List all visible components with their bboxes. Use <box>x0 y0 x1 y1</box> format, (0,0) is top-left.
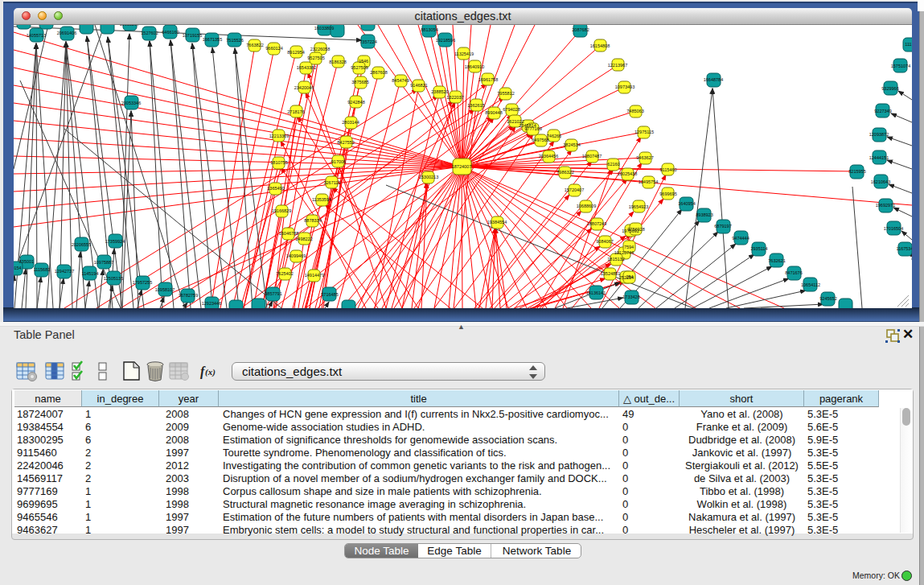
svg-text:10719155: 10719155 <box>183 33 202 38</box>
svg-text:1362615: 1362615 <box>467 103 484 108</box>
svg-text:16671355: 16671355 <box>203 37 222 42</box>
svg-text:3267110: 3267110 <box>323 180 340 185</box>
svg-text:9777169: 9777169 <box>524 126 541 131</box>
svg-text:7663822: 7663822 <box>246 43 263 47</box>
svg-text:12975115: 12975115 <box>634 130 654 134</box>
svg-text:18640910: 18640910 <box>465 64 484 69</box>
svg-text:8878334: 8878334 <box>304 218 321 223</box>
svg-text:17016504: 17016504 <box>884 226 903 231</box>
svg-text:2867608: 2867608 <box>370 70 387 75</box>
svg-text:16782759: 16782759 <box>179 293 198 298</box>
svg-text:15300213: 15300213 <box>419 175 438 179</box>
svg-text:8471676: 8471676 <box>785 270 802 275</box>
svg-text:9527505: 9527505 <box>351 65 368 70</box>
svg-text:6794028: 6794028 <box>503 107 519 112</box>
svg-text:16033809: 16033809 <box>314 26 334 31</box>
svg-text:20364456: 20364456 <box>539 154 558 159</box>
svg-text:2388520: 2388520 <box>431 89 448 94</box>
svg-text:7515526: 7515526 <box>226 38 243 43</box>
svg-text:7625402: 7625402 <box>276 271 293 276</box>
svg-text:9474444: 9474444 <box>732 236 749 241</box>
svg-text:9329966: 9329966 <box>881 86 898 91</box>
svg-text:3824534: 3824534 <box>563 142 580 147</box>
svg-text:17957255: 17957255 <box>133 280 152 285</box>
svg-text:14914479: 14914479 <box>305 273 324 278</box>
svg-text:7485063: 7485063 <box>626 109 643 113</box>
svg-text:12505135: 12505135 <box>104 276 123 281</box>
svg-text:2803144: 2803144 <box>342 120 359 125</box>
svg-text:13524851: 13524851 <box>601 271 620 276</box>
svg-text:16961758: 16961758 <box>478 77 498 82</box>
svg-text:19654923: 19654923 <box>629 204 648 209</box>
svg-text:9242848: 9242848 <box>347 100 364 105</box>
svg-text:10120746: 10120746 <box>614 250 634 255</box>
svg-text:9857791: 9857791 <box>265 291 281 296</box>
svg-text:1815132: 1815132 <box>607 257 624 262</box>
svg-text:13495754: 13495754 <box>639 179 658 184</box>
svg-text:20053346: 20053346 <box>121 101 141 105</box>
svg-text:19218596: 19218596 <box>436 38 455 43</box>
svg-text:9084067: 9084067 <box>596 239 613 244</box>
svg-text:19692971: 19692971 <box>876 203 895 208</box>
svg-text:10973493: 10973493 <box>615 84 634 89</box>
svg-text:9699695: 9699695 <box>659 192 676 196</box>
svg-text:15751074: 15751074 <box>891 64 910 68</box>
svg-text:1546: 1546 <box>359 59 368 64</box>
svg-text:9660124: 9660124 <box>265 46 282 51</box>
svg-text:8938923: 8938923 <box>696 212 713 217</box>
svg-text:917006: 917006 <box>331 159 346 164</box>
svg-text:1115681: 1115681 <box>34 267 51 272</box>
svg-text:16154808: 16154808 <box>590 43 610 48</box>
svg-text:7986322: 7986322 <box>556 170 573 175</box>
svg-text:8813054: 8813054 <box>421 27 437 32</box>
svg-text:2718176: 2718176 <box>287 109 304 114</box>
svg-text:7955812: 7955812 <box>497 91 514 96</box>
svg-text:20691406: 20691406 <box>57 31 76 35</box>
svg-text:254: 254 <box>626 274 633 279</box>
svg-text:835001: 835001 <box>19 259 34 264</box>
svg-text:12213967: 12213967 <box>608 63 627 68</box>
svg-text:8454749: 8454749 <box>392 78 409 83</box>
svg-text:18724007: 18724007 <box>452 164 471 169</box>
svg-text:16648784: 16648784 <box>704 77 723 82</box>
svg-text:12923446: 12923446 <box>202 301 221 306</box>
svg-text:1145194: 1145194 <box>81 271 98 276</box>
svg-text:9463627: 9463627 <box>636 155 653 160</box>
svg-text:6497568: 6497568 <box>532 138 548 142</box>
svg-text:12213369: 12213369 <box>269 134 289 138</box>
svg-text:1640954: 1640954 <box>678 201 695 206</box>
svg-text:5716485: 5716485 <box>321 292 338 297</box>
svg-text:1498222: 1498222 <box>295 237 312 241</box>
svg-text:14055713: 14055713 <box>27 33 46 38</box>
svg-text:9527505: 9527505 <box>307 56 324 60</box>
svg-text:7357224: 7357224 <box>359 39 376 44</box>
svg-text:23226058: 23226058 <box>310 47 330 51</box>
svg-text:16210643: 16210643 <box>871 179 890 184</box>
svg-text:14136141: 14136141 <box>586 290 606 295</box>
svg-text:1733426: 1733426 <box>622 295 639 299</box>
svg-text:23420046: 23420046 <box>294 85 314 90</box>
svg-text:10975887: 10975887 <box>94 260 113 265</box>
svg-text:7632621: 7632621 <box>768 258 785 263</box>
svg-text:8215955: 8215955 <box>848 169 865 174</box>
svg-text:18807249: 18807249 <box>587 221 606 226</box>
svg-text:9115460: 9115460 <box>659 167 676 172</box>
svg-text:12444151: 12444151 <box>869 155 889 160</box>
svg-text:15720407: 15720407 <box>565 187 584 192</box>
svg-text:1810755: 1810755 <box>270 160 287 165</box>
svg-text:1527602: 1527602 <box>141 31 158 35</box>
svg-text:10025438: 10025438 <box>618 171 637 176</box>
svg-text:12093872: 12093872 <box>869 132 889 137</box>
svg-text:(x): (x) <box>205 367 216 377</box>
svg-text:6466160: 6466160 <box>162 30 179 35</box>
svg-text:6879197: 6879197 <box>714 224 731 229</box>
svg-text:2087682: 2087682 <box>572 27 589 32</box>
svg-text:10688609: 10688609 <box>577 204 596 208</box>
svg-text:8186328: 8186328 <box>329 60 346 64</box>
svg-text:9245652: 9245652 <box>819 296 836 301</box>
svg-text:1117: 1117 <box>905 42 912 47</box>
svg-text:11353594: 11353594 <box>312 197 331 202</box>
svg-text:8990448: 8990448 <box>485 110 502 115</box>
svg-text:9227349: 9227349 <box>874 109 891 113</box>
svg-text:1167534: 1167534 <box>896 246 912 251</box>
